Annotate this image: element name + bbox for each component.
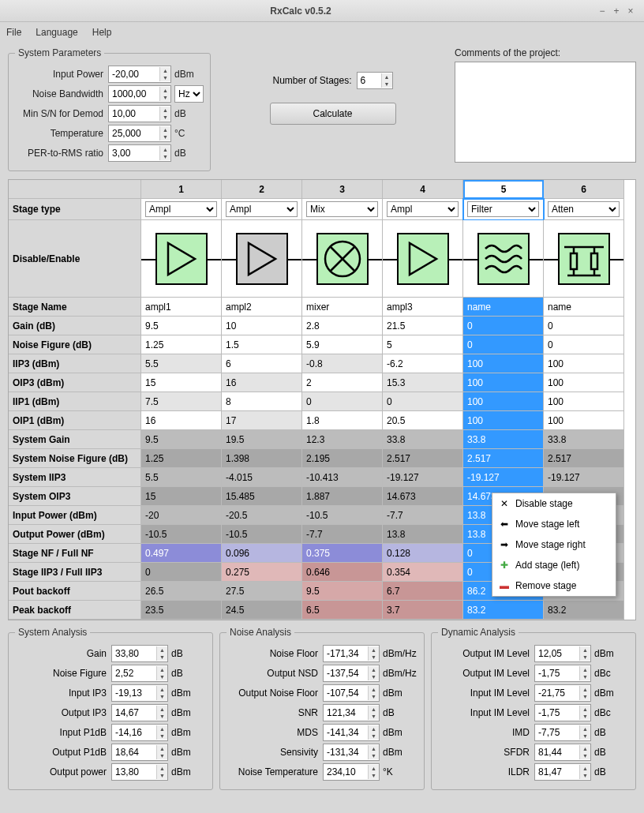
- cell-sysnf-6[interactable]: 2.517: [544, 449, 624, 468]
- cell-stageiip3-2[interactable]: 0.275: [222, 563, 302, 582]
- cell-gain-2[interactable]: 10: [222, 317, 302, 335]
- stage-type-select-4[interactable]: Ampl: [383, 199, 463, 220]
- stage-type-select-1[interactable]: Ampl: [141, 199, 222, 220]
- cell-sysiip3-5[interactable]: -19.127: [463, 468, 544, 487]
- nfloor-field[interactable]: ▲▼: [323, 645, 380, 662]
- cell-sysnf-2[interactable]: 1.398: [222, 449, 302, 468]
- cell-sysnf-5[interactable]: 2.517: [463, 449, 544, 468]
- mds-field[interactable]: ▲▼: [323, 724, 380, 741]
- cell-nf-4[interactable]: 5: [383, 335, 463, 354]
- cell-outpower-2[interactable]: -10.5: [222, 525, 302, 544]
- close-icon[interactable]: ×: [623, 6, 638, 17]
- cell-inpower-1[interactable]: -20: [141, 506, 222, 525]
- cell-sysgain-5[interactable]: 33.8: [463, 430, 544, 449]
- cell-sysgain-1[interactable]: 9.5: [141, 430, 222, 449]
- cell-stage_name-1[interactable]: ampl1: [141, 298, 222, 317]
- stage-icon-6[interactable]: [544, 220, 624, 298]
- cell-iip3-1[interactable]: 5.5: [141, 354, 222, 373]
- cell-oip3-4[interactable]: 15.3: [383, 373, 463, 392]
- oip3-field[interactable]: ▲▼: [111, 704, 168, 721]
- iim1-field[interactable]: ▲▼: [534, 684, 591, 702]
- sfdr-field[interactable]: ▲▼: [534, 744, 591, 761]
- cell-iip3-4[interactable]: -6.2: [383, 354, 463, 373]
- cell-sysoip3-3[interactable]: 1.887: [302, 487, 383, 506]
- ctx-add-stage[interactable]: ✚Add stage (left): [492, 555, 616, 575]
- cell-sysiip3-4[interactable]: -19.127: [383, 468, 463, 487]
- cell-gain-1[interactable]: 9.5: [141, 317, 222, 335]
- menu-file[interactable]: File: [6, 27, 21, 38]
- ctx-move-right[interactable]: ➡Move stage right: [492, 534, 616, 555]
- cell-iip3-5[interactable]: 100: [463, 354, 544, 373]
- ctx-move-left[interactable]: ⬅Move stage left: [492, 514, 616, 534]
- cell-stage_name-2[interactable]: ampl2: [222, 298, 302, 317]
- minimize-icon[interactable]: −: [595, 6, 609, 17]
- stage-type-select-6[interactable]: Atten: [544, 199, 624, 220]
- cell-iip1-5[interactable]: 100: [463, 392, 544, 411]
- cell-peakback-4[interactable]: 3.7: [383, 601, 463, 620]
- cell-inpower-4[interactable]: -7.7: [383, 506, 463, 525]
- ip1-field[interactable]: ▲▼: [111, 724, 168, 741]
- col-header-4[interactable]: 4: [383, 180, 463, 199]
- cell-nf-3[interactable]: 5.9: [302, 335, 383, 354]
- cell-poutback-3[interactable]: 9.5: [302, 582, 383, 601]
- oim2-field[interactable]: ▲▼: [534, 665, 591, 682]
- stage-icon-5[interactable]: [463, 220, 544, 298]
- menu-language[interactable]: Language: [36, 27, 77, 38]
- cell-iip3-6[interactable]: 100: [544, 354, 624, 373]
- cell-peakback-6[interactable]: 83.2: [544, 601, 624, 620]
- cell-iip1-2[interactable]: 8: [222, 392, 302, 411]
- cell-stagenf-4[interactable]: 0.128: [383, 544, 463, 563]
- stage-type-select-2[interactable]: Ampl: [222, 199, 302, 220]
- cell-oip1-4[interactable]: 20.5: [383, 411, 463, 430]
- cell-gain-4[interactable]: 21.5: [383, 317, 463, 335]
- imd-field[interactable]: ▲▼: [534, 724, 591, 741]
- cell-peakback-3[interactable]: 6.5: [302, 601, 383, 620]
- cell-oip3-3[interactable]: 2: [302, 373, 383, 392]
- cell-stagenf-1[interactable]: 0.497: [141, 544, 222, 563]
- cell-sysoip3-1[interactable]: 15: [141, 487, 222, 506]
- cell-sysoip3-4[interactable]: 14.673: [383, 487, 463, 506]
- cell-gain-5[interactable]: 0: [463, 317, 544, 335]
- cell-outpower-4[interactable]: 13.8: [383, 525, 463, 544]
- cell-sysgain-3[interactable]: 12.3: [302, 430, 383, 449]
- cell-poutback-4[interactable]: 6.7: [383, 582, 463, 601]
- cell-sysgain-2[interactable]: 19.5: [222, 430, 302, 449]
- cell-sysiip3-1[interactable]: 5.5: [141, 468, 222, 487]
- cell-sysiip3-3[interactable]: -10.413: [302, 468, 383, 487]
- cell-iip1-6[interactable]: 100: [544, 392, 624, 411]
- stage-icon-2[interactable]: [222, 220, 302, 298]
- cell-outpower-3[interactable]: -7.7: [302, 525, 383, 544]
- cell-sysiip3-6[interactable]: -19.127: [544, 468, 624, 487]
- stage-type-select-5[interactable]: Filter: [463, 199, 544, 220]
- iim2-field[interactable]: ▲▼: [534, 704, 591, 721]
- cell-peakback-1[interactable]: 23.5: [141, 601, 222, 620]
- cell-nf-6[interactable]: 0: [544, 335, 624, 354]
- cell-stage_name-6[interactable]: name: [544, 298, 624, 317]
- cell-gain-3[interactable]: 2.8: [302, 317, 383, 335]
- cell-poutback-2[interactable]: 27.5: [222, 582, 302, 601]
- cell-oip1-2[interactable]: 17: [222, 411, 302, 430]
- onsd-field[interactable]: ▲▼: [323, 665, 380, 682]
- cell-stage_name-4[interactable]: ampl3: [383, 298, 463, 317]
- sens-field[interactable]: ▲▼: [323, 744, 380, 761]
- gain-field[interactable]: ▲▼: [111, 645, 168, 662]
- cell-oip1-5[interactable]: 100: [463, 411, 544, 430]
- ctx-remove-stage[interactable]: ▬Remove stage: [492, 575, 616, 596]
- maximize-icon[interactable]: +: [609, 6, 623, 17]
- stage-type-select-3[interactable]: Mix: [302, 199, 383, 220]
- cell-iip1-1[interactable]: 7.5: [141, 392, 222, 411]
- cell-outpower-1[interactable]: -10.5: [141, 525, 222, 544]
- op1-field[interactable]: ▲▼: [111, 744, 168, 761]
- comments-field[interactable]: [455, 62, 636, 163]
- stage-icon-4[interactable]: [383, 220, 463, 298]
- col-header-2[interactable]: 2: [222, 180, 302, 199]
- cell-inpower-2[interactable]: -20.5: [222, 506, 302, 525]
- col-header-5[interactable]: 5: [463, 180, 544, 199]
- cell-stageiip3-3[interactable]: 0.646: [302, 563, 383, 582]
- cell-oip1-1[interactable]: 16: [141, 411, 222, 430]
- cell-sysiip3-2[interactable]: -4.015: [222, 468, 302, 487]
- cell-nf-5[interactable]: 0: [463, 335, 544, 354]
- temperature-field[interactable]: ▲▼: [108, 125, 171, 142]
- min-sn-field[interactable]: ▲▼: [108, 105, 171, 122]
- cell-oip3-1[interactable]: 15: [141, 373, 222, 392]
